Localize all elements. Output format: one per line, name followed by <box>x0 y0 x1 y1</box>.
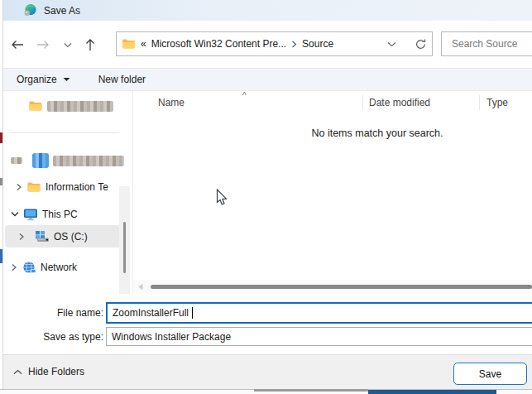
title-bar: Save As <box>3 0 532 21</box>
triangle-down-icon <box>63 77 70 82</box>
chevron-right-icon[interactable] <box>11 263 17 271</box>
chevron-down-icon[interactable] <box>11 211 19 218</box>
file-name-value: ZoomInstallerFull <box>113 307 189 319</box>
footer-bar: Hide Folders Save <box>3 354 532 389</box>
organize-button[interactable]: Organize <box>17 74 70 85</box>
command-toolbar: Organize New folder <box>3 68 532 91</box>
mouse-cursor-icon <box>216 189 228 207</box>
cloud-account-icon <box>32 153 49 168</box>
file-name-input[interactable]: ZoomInstallerFull <box>106 302 532 324</box>
chevron-right-icon[interactable] <box>16 183 22 191</box>
column-header-row: Name Date modified Type <box>133 91 532 114</box>
sidebar-item-network[interactable]: Network <box>3 257 132 277</box>
file-list[interactable]: ^ Name Date modified Type No items match… <box>132 91 532 294</box>
sidebar-divider <box>10 132 119 133</box>
search-box[interactable] <box>441 31 532 56</box>
window-left-border <box>2 0 3 389</box>
app-icon <box>23 3 37 17</box>
file-name-label: File name: <box>3 307 103 319</box>
save-button-label: Save <box>479 368 501 380</box>
navigation-pane: Information Te This PC <box>3 91 132 294</box>
breadcrumb-parent-folder[interactable]: Microsoft Win32 Content Pre... <box>151 38 286 50</box>
sidebar-item-label: OS (C:) <box>54 231 88 243</box>
breadcrumb-current-folder[interactable]: Source <box>302 38 333 50</box>
chevron-right-icon <box>291 41 297 48</box>
arrow-left-icon <box>10 38 25 51</box>
sidebar-item-label: Network <box>41 262 77 273</box>
redacted-chevron <box>11 157 22 164</box>
refresh-icon[interactable] <box>415 38 427 50</box>
sidebar-item-this-pc[interactable]: This PC <box>3 204 132 224</box>
hide-folders-button[interactable]: Hide Folders <box>13 366 84 377</box>
sidebar-item-information-te[interactable]: Information Te <box>3 177 132 197</box>
organize-label: Organize <box>17 74 57 85</box>
background-fragment <box>368 390 496 394</box>
up-button[interactable] <box>82 36 98 53</box>
empty-list-message: No items match your search. <box>133 127 532 139</box>
horizontal-scrollbar-thumb[interactable] <box>151 285 532 289</box>
sidebar-item-redacted-account[interactable] <box>3 151 132 171</box>
sidebar-scrollbar-thumb[interactable] <box>123 222 126 273</box>
save-as-dialog: Save As « <box>0 0 532 394</box>
save-as-type-select[interactable]: Windows Installer Package <box>106 327 532 346</box>
folder-icon <box>122 38 136 50</box>
address-dropdown-chevron-icon[interactable] <box>387 41 396 47</box>
folder-icon <box>28 100 43 112</box>
network-icon <box>22 261 36 274</box>
search-input[interactable] <box>442 38 532 50</box>
bottom-edge <box>0 389 532 394</box>
forward-button[interactable] <box>35 36 51 53</box>
sidebar-item-label: Information Te <box>46 181 108 193</box>
window-title: Save As <box>44 5 80 17</box>
new-folder-button[interactable]: New folder <box>98 74 146 85</box>
sidebar-item-redacted-folder[interactable] <box>3 96 132 116</box>
redacted-label <box>47 101 113 112</box>
hide-folders-label: Hide Folders <box>28 366 84 377</box>
save-as-type-label: Save as type: <box>3 331 103 343</box>
os-drive-icon <box>35 230 50 243</box>
new-folder-label: New folder <box>98 74 146 85</box>
arrow-up-icon <box>84 38 97 52</box>
breadcrumb-overflow[interactable]: « <box>141 38 146 50</box>
column-header-type[interactable]: Type <box>480 97 532 108</box>
sidebar-item-os-c[interactable]: OS (C:) <box>3 227 132 246</box>
column-header-name[interactable]: Name <box>133 97 362 108</box>
fields-area: File name: ZoomInstallerFull Save as typ… <box>3 294 532 354</box>
folder-icon <box>26 181 41 193</box>
navigation-bar: « Microsoft Win32 Content Pre... Source <box>3 21 532 68</box>
address-bar[interactable]: « Microsoft Win32 Content Pre... Source <box>116 31 433 56</box>
redacted-label <box>53 156 124 166</box>
save-button[interactable]: Save <box>453 363 527 385</box>
arrow-right-icon <box>36 38 50 51</box>
content-area: Information Te This PC <box>3 91 532 294</box>
chevron-right-icon[interactable] <box>18 233 25 241</box>
text-caret <box>192 307 193 319</box>
save-as-type-value: Windows Installer Package <box>112 331 231 343</box>
sidebar-item-label: This PC <box>42 209 78 220</box>
back-button[interactable] <box>9 36 26 53</box>
recent-locations-button[interactable] <box>62 36 74 53</box>
chevron-down-icon <box>64 42 72 48</box>
column-header-date-modified[interactable]: Date modified <box>363 97 479 108</box>
scroll-left-arrow-icon[interactable] <box>137 283 144 291</box>
background-fragment <box>254 389 368 392</box>
this-pc-icon <box>23 208 38 221</box>
chevron-up-icon <box>13 369 22 375</box>
